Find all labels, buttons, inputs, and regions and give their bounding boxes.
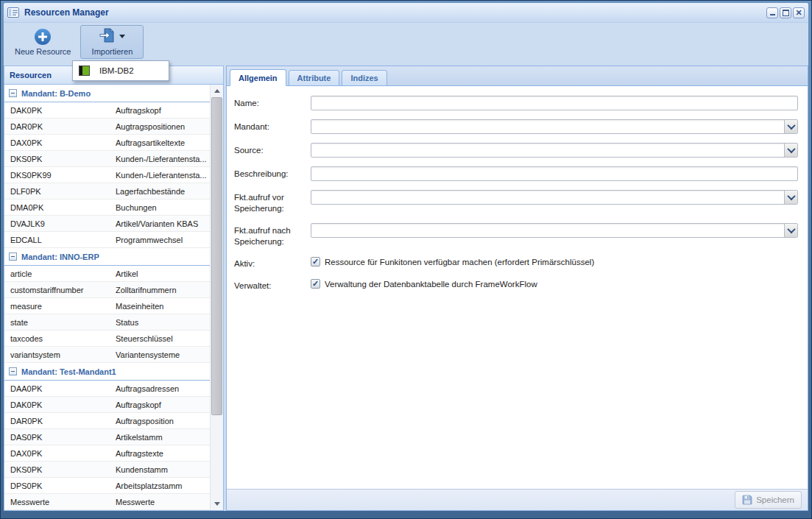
resource-description: Variantensysteme — [116, 350, 211, 359]
resource-row[interactable]: DLF0PKLagerfachbestände — [4, 183, 211, 200]
resource-code: DAS0PK — [4, 433, 116, 442]
close-button[interactable]: ✕ — [793, 7, 805, 18]
minimize-button[interactable] — [766, 7, 778, 18]
beschreibung-label: Beschreibung: — [234, 166, 311, 181]
new-resource-button[interactable]: Neue Resource — [10, 25, 76, 59]
fkt-aufruf-vor-input[interactable] — [311, 190, 798, 205]
detail-panel: AllgemeinAttributeIndizes Name:Mandant:S… — [226, 66, 808, 511]
resource-code: article — [4, 269, 116, 278]
resource-description: Artikelstamm — [116, 433, 211, 442]
resource-row[interactable]: DKS0PK99Kunden-/Lieferantensta... — [4, 167, 211, 183]
group-label: Mandant: INNO-ERP — [21, 253, 99, 261]
resource-code: state — [4, 318, 116, 327]
import-dropdown-menu: IBM-DB2 — [72, 60, 169, 81]
resource-code: customstariffnumber — [4, 286, 116, 294]
form-row-beschreibung: Beschreibung: — [234, 166, 798, 181]
resource-description: Kundenstamm — [116, 465, 211, 474]
resource-row[interactable]: DAR0PKAuftragsposition — [4, 413, 211, 429]
source-input[interactable] — [311, 143, 798, 158]
resource-row[interactable]: DAK0PKAuftragskopf — [4, 397, 211, 413]
resource-row[interactable]: DKS0PKKundenstamm — [4, 462, 211, 478]
import-button[interactable]: Importieren — [80, 25, 144, 59]
fkt-aufruf-vor-control — [311, 190, 798, 214]
fkt-aufruf-nach-input[interactable] — [311, 223, 798, 238]
toolbar: Neue Resource Importieren — [4, 23, 808, 61]
resource-row[interactable]: taxcodesSteuerschlüssel — [4, 331, 211, 347]
resource-description: Auftragskopf — [116, 400, 211, 409]
beschreibung-input[interactable] — [311, 166, 798, 181]
resource-row[interactable]: DKS0PKKunden-/Lieferantensta... — [4, 151, 211, 167]
tab-indizes[interactable]: Indizes — [342, 70, 386, 86]
resource-row[interactable]: DVAJLK9Artikel/Varianten KBAS — [4, 216, 211, 232]
resource-description: Auftragsadressen — [116, 384, 211, 393]
resource-row[interactable]: DAR0PKAugtragspositionen — [4, 119, 211, 135]
resource-description: Status — [116, 318, 211, 327]
resource-code: variantsystem — [4, 350, 116, 359]
resource-row[interactable]: variantsystemVariantensysteme — [4, 347, 211, 363]
resource-group-header[interactable]: Mandant: B-Demo — [4, 85, 211, 102]
chevron-down-icon — [787, 225, 795, 233]
source-dropdown-trigger[interactable] — [784, 144, 797, 157]
tab-attribute[interactable]: Attribute — [289, 70, 340, 86]
resource-row[interactable]: DAK0PKAuftragskopf — [4, 102, 211, 119]
close-icon: ✕ — [795, 9, 802, 17]
resource-row[interactable]: DAA0PKAuftragsadressen — [4, 381, 211, 397]
mandant-combo — [311, 119, 798, 134]
scroll-down-button[interactable] — [211, 498, 223, 510]
resource-description: Auftragsartikeltexte — [116, 138, 211, 147]
resource-description: Augtragspositionen — [116, 122, 211, 131]
name-input[interactable] — [311, 96, 798, 110]
resource-row[interactable]: customstariffnumberZolltarifnummern — [4, 282, 211, 298]
mandant-label: Mandant: — [234, 119, 311, 134]
resource-row[interactable]: DAX0PKAuftragsartikeltexte — [4, 135, 211, 151]
collapse-icon[interactable] — [9, 253, 17, 261]
scroll-up-icon — [214, 89, 220, 93]
resource-group-header[interactable]: Mandant: INNO-ERP — [4, 248, 211, 266]
fkt-aufruf-nach-dropdown-trigger[interactable] — [784, 224, 797, 237]
resource-group-header[interactable]: Mandant: Test-Mandant1 — [4, 363, 211, 381]
import-label: Importieren — [92, 47, 133, 56]
resource-row[interactable]: measureMaseinheiten — [4, 298, 211, 314]
aktiv-checkbox[interactable]: ✓ — [311, 257, 320, 266]
window-controls: ✕ — [766, 7, 805, 18]
resource-description: Programmwechsel — [116, 236, 211, 244]
resource-description: Artikel/Varianten KBAS — [116, 219, 211, 228]
collapse-icon[interactable] — [9, 89, 17, 97]
resource-row[interactable]: stateStatus — [4, 314, 211, 331]
new-resource-label: Neue Resource — [15, 47, 71, 56]
mandant-dropdown-trigger[interactable] — [784, 120, 797, 133]
resource-description: Maseinheiten — [116, 302, 211, 311]
minimize-icon — [770, 14, 775, 15]
resource-description: Kunden-/Lieferantensta... — [116, 171, 211, 180]
mandant-input[interactable] — [311, 119, 798, 134]
tab-allgemein[interactable]: Allgemein — [230, 69, 286, 86]
resource-row[interactable]: articleArtikel — [4, 266, 211, 282]
resource-description: Auftragsposition — [116, 417, 211, 426]
name-label: Name: — [234, 96, 311, 110]
vertical-scrollbar[interactable] — [210, 85, 223, 510]
fkt-aufruf-vor-dropdown-trigger[interactable] — [784, 191, 797, 204]
resource-row[interactable]: DAX0PKAuftragstexte — [4, 445, 211, 462]
resource-list-viewport: Mandant: B-DemoDAK0PKAuftragskopfDAR0PKA… — [4, 85, 223, 510]
resource-row[interactable]: MesswerteMesswerte — [4, 494, 211, 510]
resource-row[interactable]: DMA0PKBuchungen — [4, 200, 211, 216]
scrollbar-thumb[interactable] — [211, 97, 222, 415]
save-button[interactable]: Speichern — [735, 491, 802, 509]
verwaltet-checkbox-row: ✓Verwaltung der Datenbanktabelle durch F… — [311, 278, 798, 289]
menu-item-ibm-db2[interactable]: IBM-DB2 — [74, 63, 167, 79]
resource-row[interactable]: DAS0PKArtikelstamm — [4, 429, 211, 445]
scroll-up-button[interactable] — [211, 85, 223, 97]
resource-row[interactable]: DPS0PKArbeitsplatzstamm — [4, 478, 211, 494]
resource-description: Artikel — [116, 269, 211, 278]
form-row-verwaltet: Verwaltet:✓Verwaltung der Datenbanktabel… — [234, 278, 798, 292]
resource-description: Kunden-/Lieferantensta... — [116, 155, 211, 163]
collapse-icon[interactable] — [9, 367, 17, 375]
verwaltet-checkbox-label: Verwaltung der Datenbanktabelle durch Fr… — [325, 280, 537, 289]
resource-row[interactable]: EDCALLProgrammwechsel — [4, 232, 211, 248]
resource-code: DAA0PK — [4, 384, 116, 393]
maximize-button[interactable] — [780, 7, 791, 18]
verwaltet-checkbox[interactable]: ✓ — [311, 279, 320, 289]
resource-code: DPS0PK — [4, 481, 116, 490]
tab-strip: AllgemeinAttributeIndizes — [227, 66, 808, 86]
form-row-name: Name: — [234, 96, 798, 110]
